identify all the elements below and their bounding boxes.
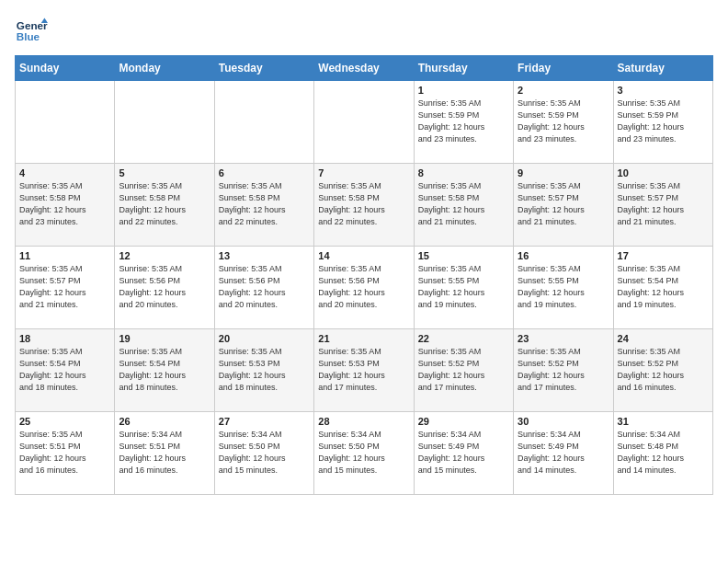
day-info: Sunrise: 5:35 AMSunset: 5:51 PMDaylight:… (19, 429, 110, 477)
day-info: Sunrise: 5:35 AMSunset: 5:58 PMDaylight:… (219, 180, 310, 228)
day-info: Sunrise: 5:34 AMSunset: 5:51 PMDaylight:… (119, 429, 210, 477)
calendar-cell: 8Sunrise: 5:35 AMSunset: 5:58 PMDaylight… (414, 164, 513, 247)
calendar-cell: 21Sunrise: 5:35 AMSunset: 5:53 PMDayligh… (314, 329, 414, 412)
calendar-cell: 29Sunrise: 5:34 AMSunset: 5:49 PMDayligh… (414, 412, 513, 495)
calendar-cell: 4Sunrise: 5:35 AMSunset: 5:58 PMDaylight… (16, 164, 115, 247)
day-number: 30 (518, 416, 609, 427)
day-info: Sunrise: 5:35 AMSunset: 5:54 PMDaylight:… (19, 346, 110, 394)
day-number: 9 (518, 167, 609, 178)
day-number: 4 (19, 167, 110, 178)
svg-text:Blue: Blue (17, 30, 40, 42)
day-number: 13 (219, 250, 310, 261)
calendar-table: SundayMondayTuesdayWednesdayThursdayFrid… (15, 55, 713, 495)
calendar-cell: 10Sunrise: 5:35 AMSunset: 5:57 PMDayligh… (613, 164, 712, 247)
day-info: Sunrise: 5:35 AMSunset: 5:57 PMDaylight:… (618, 180, 709, 228)
calendar-cell: 14Sunrise: 5:35 AMSunset: 5:56 PMDayligh… (314, 247, 414, 329)
calendar-cell (115, 81, 214, 164)
day-info: Sunrise: 5:35 AMSunset: 5:53 PMDaylight:… (318, 346, 409, 394)
calendar-cell: 19Sunrise: 5:35 AMSunset: 5:54 PMDayligh… (115, 329, 214, 412)
day-info: Sunrise: 5:34 AMSunset: 5:50 PMDaylight:… (318, 429, 409, 477)
weekday-header-sunday: Sunday (16, 56, 115, 81)
weekday-header-tuesday: Tuesday (214, 56, 313, 81)
day-info: Sunrise: 5:34 AMSunset: 5:50 PMDaylight:… (219, 429, 310, 477)
calendar-cell: 6Sunrise: 5:35 AMSunset: 5:58 PMDaylight… (214, 164, 313, 247)
day-info: Sunrise: 5:35 AMSunset: 5:52 PMDaylight:… (618, 346, 709, 394)
calendar-cell: 23Sunrise: 5:35 AMSunset: 5:52 PMDayligh… (514, 329, 613, 412)
logo-icon: General Blue (15, 15, 48, 48)
calendar-cell: 13Sunrise: 5:35 AMSunset: 5:56 PMDayligh… (214, 247, 313, 329)
day-info: Sunrise: 5:35 AMSunset: 5:55 PMDaylight:… (518, 263, 609, 311)
calendar-cell: 1Sunrise: 5:35 AMSunset: 5:59 PMDaylight… (414, 81, 513, 164)
weekday-header-saturday: Saturday (613, 56, 712, 81)
calendar-cell: 12Sunrise: 5:35 AMSunset: 5:56 PMDayligh… (115, 247, 214, 329)
day-number: 29 (418, 416, 509, 427)
day-info: Sunrise: 5:35 AMSunset: 5:52 PMDaylight:… (518, 346, 609, 394)
calendar-cell: 26Sunrise: 5:34 AMSunset: 5:51 PMDayligh… (115, 412, 214, 495)
calendar-cell: 9Sunrise: 5:35 AMSunset: 5:57 PMDaylight… (514, 164, 613, 247)
day-number: 17 (618, 250, 709, 261)
day-number: 18 (19, 333, 110, 344)
day-info: Sunrise: 5:35 AMSunset: 5:58 PMDaylight:… (418, 180, 509, 228)
calendar-cell: 31Sunrise: 5:34 AMSunset: 5:48 PMDayligh… (613, 412, 712, 495)
calendar-cell: 5Sunrise: 5:35 AMSunset: 5:58 PMDaylight… (115, 164, 214, 247)
day-info: Sunrise: 5:35 AMSunset: 5:54 PMDaylight:… (618, 263, 709, 311)
day-info: Sunrise: 5:35 AMSunset: 5:59 PMDaylight:… (618, 98, 709, 145)
day-number: 25 (19, 416, 110, 427)
calendar-cell: 16Sunrise: 5:35 AMSunset: 5:55 PMDayligh… (514, 247, 613, 329)
day-info: Sunrise: 5:35 AMSunset: 5:56 PMDaylight:… (219, 263, 310, 311)
day-number: 31 (618, 416, 709, 427)
calendar-cell (314, 81, 414, 164)
calendar-cell: 30Sunrise: 5:34 AMSunset: 5:49 PMDayligh… (514, 412, 613, 495)
day-number: 21 (318, 333, 409, 344)
day-info: Sunrise: 5:35 AMSunset: 5:57 PMDaylight:… (518, 180, 609, 228)
calendar-cell: 3Sunrise: 5:35 AMSunset: 5:59 PMDaylight… (613, 81, 712, 164)
day-number: 20 (219, 333, 310, 344)
day-info: Sunrise: 5:35 AMSunset: 5:56 PMDaylight:… (318, 263, 409, 311)
calendar-cell (16, 81, 115, 164)
day-number: 11 (19, 250, 110, 261)
day-number: 1 (418, 85, 509, 96)
calendar-cell: 20Sunrise: 5:35 AMSunset: 5:53 PMDayligh… (214, 329, 313, 412)
day-number: 8 (418, 167, 509, 178)
day-number: 3 (618, 85, 709, 96)
calendar-cell: 18Sunrise: 5:35 AMSunset: 5:54 PMDayligh… (16, 329, 115, 412)
calendar-cell: 15Sunrise: 5:35 AMSunset: 5:55 PMDayligh… (414, 247, 513, 329)
calendar-cell: 11Sunrise: 5:35 AMSunset: 5:57 PMDayligh… (16, 247, 115, 329)
calendar-cell: 28Sunrise: 5:34 AMSunset: 5:50 PMDayligh… (314, 412, 414, 495)
day-number: 2 (518, 85, 609, 96)
day-number: 24 (618, 333, 709, 344)
day-number: 16 (518, 250, 609, 261)
calendar-cell: 24Sunrise: 5:35 AMSunset: 5:52 PMDayligh… (613, 329, 712, 412)
day-number: 5 (119, 167, 210, 178)
day-info: Sunrise: 5:35 AMSunset: 5:58 PMDaylight:… (318, 180, 409, 228)
day-number: 14 (318, 250, 409, 261)
logo: General Blue (15, 15, 48, 48)
day-info: Sunrise: 5:34 AMSunset: 5:48 PMDaylight:… (618, 429, 709, 477)
day-number: 15 (418, 250, 509, 261)
day-info: Sunrise: 5:35 AMSunset: 5:59 PMDaylight:… (518, 98, 609, 145)
day-number: 28 (318, 416, 409, 427)
day-info: Sunrise: 5:35 AMSunset: 5:53 PMDaylight:… (219, 346, 310, 394)
page-header: General Blue (15, 15, 713, 48)
day-number: 27 (219, 416, 310, 427)
day-info: Sunrise: 5:35 AMSunset: 5:54 PMDaylight:… (119, 346, 210, 394)
day-info: Sunrise: 5:35 AMSunset: 5:55 PMDaylight:… (418, 263, 509, 311)
day-number: 12 (119, 250, 210, 261)
calendar-cell: 22Sunrise: 5:35 AMSunset: 5:52 PMDayligh… (414, 329, 513, 412)
day-info: Sunrise: 5:35 AMSunset: 5:57 PMDaylight:… (19, 263, 110, 311)
day-number: 6 (219, 167, 310, 178)
weekday-header-wednesday: Wednesday (314, 56, 414, 81)
day-number: 22 (418, 333, 509, 344)
calendar-cell: 27Sunrise: 5:34 AMSunset: 5:50 PMDayligh… (214, 412, 313, 495)
weekday-header-friday: Friday (514, 56, 613, 81)
calendar-cell: 7Sunrise: 5:35 AMSunset: 5:58 PMDaylight… (314, 164, 414, 247)
calendar-cell: 25Sunrise: 5:35 AMSunset: 5:51 PMDayligh… (16, 412, 115, 495)
day-info: Sunrise: 5:35 AMSunset: 5:59 PMDaylight:… (418, 98, 509, 145)
calendar-cell: 17Sunrise: 5:35 AMSunset: 5:54 PMDayligh… (613, 247, 712, 329)
calendar-cell (214, 81, 313, 164)
day-info: Sunrise: 5:35 AMSunset: 5:58 PMDaylight:… (19, 180, 110, 228)
weekday-header-monday: Monday (115, 56, 214, 81)
day-info: Sunrise: 5:34 AMSunset: 5:49 PMDaylight:… (418, 429, 509, 477)
day-number: 23 (518, 333, 609, 344)
day-info: Sunrise: 5:34 AMSunset: 5:49 PMDaylight:… (518, 429, 609, 477)
